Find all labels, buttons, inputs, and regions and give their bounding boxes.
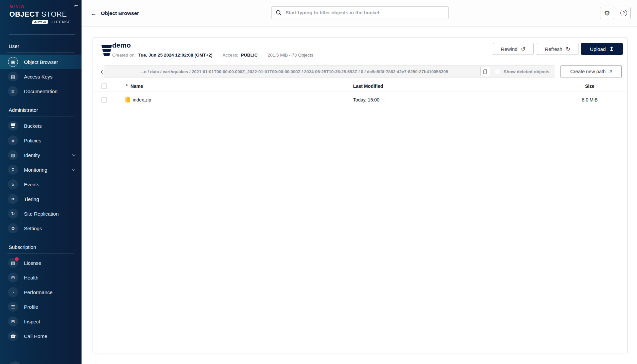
sidebar-item-events[interactable]: λEvents bbox=[0, 177, 82, 192]
buckets-icon bbox=[11, 123, 16, 128]
sidebar-item-label: Call Home bbox=[24, 333, 47, 339]
sidebar-item-label: Events bbox=[24, 182, 39, 187]
upload-button[interactable]: Upload↥ bbox=[581, 43, 623, 55]
row-checkbox[interactable] bbox=[102, 97, 107, 102]
sidebar-item-buckets[interactable]: Buckets bbox=[0, 118, 82, 133]
help-button[interactable]: ? bbox=[617, 7, 631, 19]
sidebar-item-site-replication[interactable]: ↻Site Replication bbox=[0, 206, 82, 221]
sidebar-item-label: Identity bbox=[24, 152, 40, 158]
sidebar-item-icon-circle: ▤ bbox=[8, 258, 18, 268]
sidebar-item-health[interactable]: ⊞Health bbox=[0, 270, 82, 285]
chevron-down-icon bbox=[72, 153, 76, 156]
breadcrumb-path: ...o / data / earthquakes / 2021-01-01T0… bbox=[108, 69, 480, 74]
minio-logo: MINIO OBJECT STORE AGPLv3 LICENSE bbox=[0, 0, 82, 35]
sidebar-item-icon-circle: ≋ bbox=[8, 194, 18, 204]
created-value: Tue, Jun 25 2024 12:02:08 (GMT+2) bbox=[138, 53, 213, 58]
sidebar-nav: User▣Object Browser▤Access Keys≣Document… bbox=[0, 40, 82, 343]
topbar: ← Object Browser ⚙ ? bbox=[82, 0, 637, 27]
sidebar-item-access-keys[interactable]: ▤Access Keys bbox=[0, 69, 82, 84]
section-divider bbox=[7, 116, 74, 116]
sidebar-item-object-browser[interactable]: ▣Object Browser bbox=[0, 55, 82, 69]
bucket-name: demo bbox=[112, 41, 131, 49]
sidebar-item-label: Health bbox=[24, 275, 38, 280]
sidebar-item-policies[interactable]: ◈Policies bbox=[0, 133, 82, 148]
section-divider bbox=[7, 253, 74, 254]
sidebar-item-documentation[interactable]: ≣Documentation bbox=[0, 84, 82, 98]
refresh-icon: ↻ bbox=[566, 46, 570, 52]
sidebar-item-settings[interactable]: ⚙Settings bbox=[0, 221, 82, 236]
license-row: AGPLv3 LICENSE bbox=[9, 20, 71, 24]
table-header-row: ▲Name Last Modified Size bbox=[93, 81, 627, 91]
object-modified: Today, 15:00 bbox=[353, 97, 553, 102]
sidebar-item-tiering[interactable]: ≋Tiering bbox=[0, 192, 82, 206]
minio-console: ⇤ MINIO OBJECT STORE AGPLv3 LICENSE User… bbox=[0, 0, 637, 364]
sidebar-section-administrator: AdministratorBuckets◈Policies▥Identity⚲M… bbox=[0, 104, 82, 236]
sidebar-item-identity[interactable]: ▥Identity bbox=[0, 148, 82, 162]
access-value: PUBLIC bbox=[241, 53, 258, 58]
sidebar-item-label: Tiering bbox=[24, 196, 39, 202]
create-new-path-button[interactable]: Create new path:// bbox=[560, 65, 622, 78]
object-search bbox=[271, 6, 449, 19]
back-arrow-icon[interactable]: ← bbox=[91, 10, 97, 17]
access-keys-icon: ▤ bbox=[11, 75, 15, 79]
search-input[interactable] bbox=[286, 10, 444, 15]
sidebar-item-inspect[interactable]: ⊟Inspect bbox=[0, 314, 82, 329]
sidebar-item-label: Settings bbox=[24, 226, 42, 231]
rewind-button[interactable]: Rewind↺ bbox=[493, 43, 533, 55]
sidebar-item-icon-circle: ↻ bbox=[8, 209, 18, 219]
sidebar: ⇤ MINIO OBJECT STORE AGPLv3 LICENSE User… bbox=[0, 0, 82, 364]
logo-divider bbox=[9, 34, 75, 35]
settings-button[interactable]: ⚙ bbox=[600, 7, 614, 19]
section-divider bbox=[7, 52, 74, 53]
upload-icon: ↥ bbox=[609, 46, 614, 52]
sidebar-footer-icon bbox=[9, 361, 22, 364]
sidebar-item-label: Buckets bbox=[24, 123, 42, 129]
objects-table: ▲Name Last Modified Size index.zipToday,… bbox=[93, 81, 627, 108]
sidebar-item-profile[interactable]: ☰Profile bbox=[0, 299, 82, 314]
copy-path-button[interactable] bbox=[480, 67, 490, 76]
sidebar-section-label: User bbox=[0, 40, 82, 52]
sidebar-item-icon-circle: ◈ bbox=[8, 135, 18, 145]
sidebar-item-monitoring[interactable]: ⚲Monitoring bbox=[0, 162, 82, 177]
show-deleted-checkbox[interactable] bbox=[495, 69, 500, 74]
select-all-checkbox[interactable] bbox=[102, 84, 107, 89]
zip-file-icon bbox=[125, 97, 130, 102]
sidebar-item-icon-circle: ▥ bbox=[8, 150, 18, 160]
sidebar-item-icon-circle: ▤ bbox=[8, 72, 18, 82]
sidebar-item-icon-circle: ☰ bbox=[8, 302, 18, 312]
settings-icon: ⚙ bbox=[11, 226, 15, 231]
monitoring-icon: ⚲ bbox=[11, 168, 15, 172]
search-icon bbox=[276, 10, 282, 16]
refresh-button[interactable]: Refresh↻ bbox=[537, 43, 578, 55]
gear-icon: ⚙ bbox=[604, 10, 610, 17]
profile-icon: ☰ bbox=[11, 305, 15, 309]
product-name: OBJECT STORE bbox=[9, 10, 82, 19]
path-icon: :// bbox=[608, 69, 612, 74]
copy-icon bbox=[483, 69, 487, 74]
page-title: Object Browser bbox=[101, 10, 139, 16]
column-header-modified[interactable]: Last Modified bbox=[353, 84, 553, 89]
documentation-icon: ≣ bbox=[11, 89, 15, 93]
site-replication-icon: ↻ bbox=[11, 212, 15, 216]
sidebar-item-performance[interactable]: ◔Performance bbox=[0, 285, 82, 299]
help-icon: ? bbox=[620, 10, 627, 16]
column-header-name[interactable]: ▲Name bbox=[118, 84, 353, 89]
minio-brand-text: MINIO bbox=[9, 5, 82, 9]
bucket-usage: 201.5 MiB - 73 Objects bbox=[268, 53, 313, 58]
sidebar-item-icon-circle: ⊞ bbox=[8, 273, 18, 282]
sidebar-item-license[interactable]: ▤License bbox=[0, 256, 82, 270]
sidebar-item-icon-circle: ≣ bbox=[8, 86, 18, 96]
sidebar-item-icon-circle: ▣ bbox=[8, 57, 18, 67]
main-content: demo Created on: Tue, Jun 25 2024 12:02:… bbox=[82, 27, 637, 364]
table-row[interactable]: index.zipToday, 15:008.0 MiB bbox=[93, 91, 627, 108]
license-badge-dot bbox=[15, 257, 19, 261]
rewind-icon: ↺ bbox=[521, 46, 526, 52]
object-name-cell[interactable]: index.zip bbox=[118, 97, 353, 102]
sidebar-item-icon-circle: ⊟ bbox=[8, 316, 18, 326]
column-header-size[interactable]: Size bbox=[553, 84, 627, 89]
policies-icon: ◈ bbox=[11, 138, 15, 143]
show-deleted-label: Show deleted objects bbox=[504, 69, 549, 74]
sidebar-item-call-home[interactable]: ☎Call Home bbox=[0, 329, 82, 343]
health-icon: ⊞ bbox=[11, 275, 15, 280]
tiering-icon: ≋ bbox=[11, 197, 15, 201]
